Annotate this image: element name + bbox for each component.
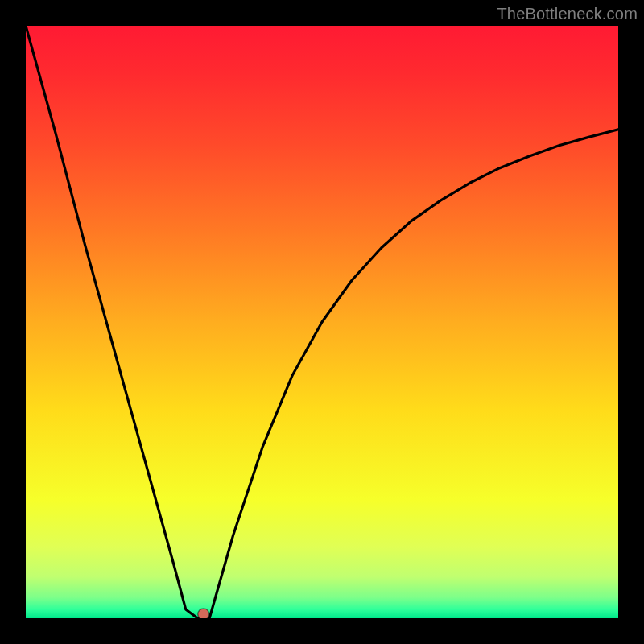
chart-stage: TheBottleneck.com: [0, 0, 644, 644]
marker-dot: [198, 609, 209, 618]
attribution-text: TheBottleneck.com: [497, 5, 638, 23]
chart-svg: [26, 26, 618, 618]
plot-area: [26, 26, 618, 618]
